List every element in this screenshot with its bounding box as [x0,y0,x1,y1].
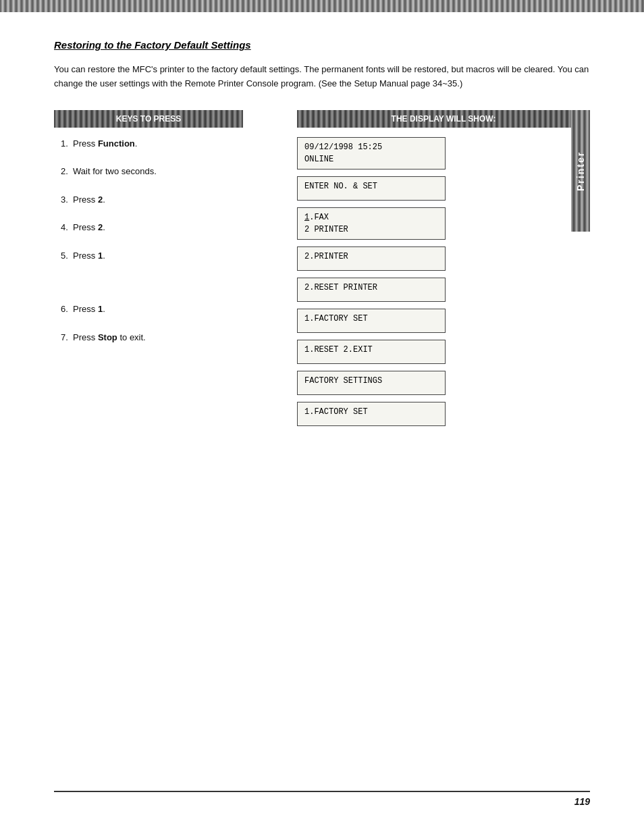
display-box-4: 2.PRINTER [297,246,446,271]
step-6-key: 1 [98,304,103,314]
step-5: 5. Press 1. [54,249,284,263]
step-1: 1. Press Function. [54,137,284,151]
display-line-9-1: 1.FACTORY SET [304,406,438,418]
step-6: 6. Press 1. [54,303,284,316]
display-box-1: 09/12/1998 15:25 ONLINE [297,137,446,170]
display-box-7: 1.RESET 2.EXIT [297,340,446,364]
display-box-6: 1.FACTORY SET [297,309,446,333]
display-line-1-2: ONLINE [304,153,438,165]
step-3: 3. Press 2. [54,193,284,207]
main-columns: KEYS TO PRESS 1. Press Function. 2. Wait… [54,110,590,433]
step-7-key: Stop [98,332,117,342]
display-line-2-1: ENTER NO. & SET [304,180,438,192]
display-line-6-1: 1.FACTORY SET [304,313,438,325]
page-number: 119 [54,796,590,807]
step-3-number: 3. Press [61,194,98,205]
step-1-key: Function [98,138,135,149]
step-2: 2. Wait for two seconds. [54,165,284,178]
display-box-9: 1.FACTORY SET [297,402,446,426]
display-line-3-1: 1.FAX [304,211,438,224]
display-box-5: 2.RESET PRINTER [297,278,446,302]
display-line-8-1: FACTORY SETTINGS [304,375,438,387]
top-decorative-bar [0,0,644,12]
step-4-number: 4. Press [61,222,98,232]
display-box-8: FACTORY SETTINGS [297,371,446,395]
display-box-3: 1.FAX 2 PRINTER [297,207,446,240]
section-title: Restoring to the Factory Default Setting… [54,39,590,51]
step-4: 4. Press 2. [54,221,284,234]
display-line-5-1: 2.RESET PRINTER [304,282,438,294]
step-6-number: 6. Press 1. [61,304,105,314]
display-line-3-2: 2 PRINTER [304,224,438,236]
step-7-number: 7. Press [61,332,98,342]
step-5-number: 5. Press [61,251,98,261]
display-line-4-1: 2.PRINTER [304,251,438,263]
display-line-7-1: 1.RESET 2.EXIT [304,344,438,356]
intro-paragraph: You can restore the MFC's printer to the… [54,63,590,91]
bottom-area: 119 [54,791,590,807]
step-2-text: 2. Wait for two seconds. [61,166,157,176]
bottom-divider [54,791,590,792]
right-column: THE DISPLAY WILL SHOW: 09/12/1998 15:25 … [284,110,590,433]
keys-to-press-header: KEYS TO PRESS [54,110,243,128]
printer-side-tab: Printer [571,110,590,232]
display-line-1-1: 09/12/1998 15:25 [304,141,438,153]
step-7: 7. Press Stop to exit. [54,331,284,344]
display-will-show-header: THE DISPLAY WILL SHOW: [297,110,590,128]
step-1-number: 1. Press [61,138,98,149]
display-box-2: ENTER NO. & SET [297,176,446,201]
content-area: Restoring to the Factory Default Setting… [0,12,644,473]
page-wrapper: Restoring to the Factory Default Setting… [0,0,644,834]
left-column: KEYS TO PRESS 1. Press Function. 2. Wait… [54,110,284,359]
